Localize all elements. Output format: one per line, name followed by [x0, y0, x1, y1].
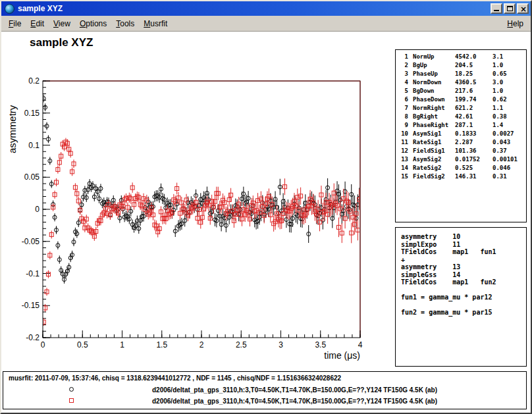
- theory-line: simplExpo 11: [401, 241, 526, 249]
- theory-line: [401, 286, 526, 294]
- data-points: [41, 95, 361, 326]
- theory-function-box: asymmetry 10simplExpo 11TFieldCos map1 f…: [395, 227, 527, 367]
- svg-text:0: 0: [35, 205, 40, 214]
- theory-line: +: [401, 256, 526, 264]
- series-circle: [41, 95, 361, 284]
- maximize-button[interactable]: [504, 3, 516, 14]
- fit-info-line: musrfit: 2011-07-09, 15:37:46, chisq = 1…: [9, 375, 341, 382]
- circle-marker-icon: [69, 387, 74, 392]
- minimize-button[interactable]: [491, 3, 502, 14]
- param-row: 5BgDown217.61.0: [399, 87, 526, 95]
- svg-text:0.2: 0.2: [28, 76, 40, 86]
- maximize-icon: [507, 6, 513, 11]
- svg-text:-0.05: -0.05: [22, 237, 40, 246]
- plot-frame: [43, 81, 360, 338]
- svg-text:0.1: 0.1: [28, 141, 40, 150]
- param-row: 3PhaseUp18.250.65: [399, 70, 526, 78]
- x-axis: 00.511.522.533.54: [41, 330, 363, 349]
- root-canvas: sample XYZ 00.511.522.533.54-0.2-0.15-0.…: [1, 32, 531, 413]
- close-button[interactable]: ×: [517, 3, 529, 14]
- param-row: 13AsymSig20.017520.00101: [399, 155, 526, 164]
- square-marker-icon: [69, 398, 74, 403]
- svg-text:0: 0: [41, 340, 45, 349]
- svg-text:1: 1: [120, 340, 124, 349]
- x-axis-title: time (μs): [324, 350, 360, 361]
- svg-text:-0.1: -0.1: [26, 269, 40, 278]
- theory-line: asymmetry 13: [401, 263, 526, 271]
- svg-text:-0.15: -0.15: [22, 301, 40, 310]
- param-row: 9PhaseRight287.11.4: [399, 121, 526, 130]
- legend-label: d2006/deltat_pta_gps_3110,h:4,T0=4.50K,T…: [152, 398, 437, 405]
- svg-text:4: 4: [358, 340, 363, 349]
- param-row: 10AsymSig10.18330.0027: [399, 130, 526, 138]
- theory-line: fun1 = gamma_mu * par12: [401, 294, 526, 301]
- theory-line: simpleGss 14: [401, 271, 526, 279]
- series-square: [41, 138, 361, 326]
- legend-entry: d2006/deltat_pta_gps_3110,h:4,T0=4.50K,T…: [3, 398, 526, 405]
- close-icon: ×: [520, 5, 527, 14]
- param-row: 14RateSig20.5250.046: [399, 164, 526, 172]
- param-row: 7NormRight621.21.1: [399, 104, 526, 113]
- param-row: 2BgUp204.51.0: [399, 61, 526, 70]
- param-row: 15FieldSig2146.310.31: [399, 172, 526, 181]
- asymmetry-time-plot[interactable]: 00.511.522.533.54-0.2-0.15-0.1-0.0500.05…: [1, 32, 396, 372]
- menubar: FileEditViewOptionsToolsMusrfitHelp: [1, 16, 531, 32]
- svg-text:0.5: 0.5: [77, 340, 88, 349]
- window-title: sample XYZ: [18, 4, 63, 13]
- svg-text:0.15: 0.15: [24, 109, 40, 118]
- menu-view[interactable]: View: [49, 17, 75, 30]
- app-icon: [5, 4, 14, 14]
- svg-text:3: 3: [279, 340, 283, 349]
- param-row: 11RateSig12.2870.043: [399, 138, 526, 147]
- titlebar[interactable]: sample XYZ ×: [1, 1, 531, 16]
- param-row: 1NormUp4542.03.1: [399, 53, 526, 61]
- svg-text:3.5: 3.5: [315, 340, 326, 349]
- svg-text:-0.2: -0.2: [26, 333, 40, 342]
- param-row: 12FieldSig1101.360.37: [399, 147, 526, 155]
- theory-line: TFieldCos map1 fun1: [401, 248, 526, 256]
- svg-text:1.5: 1.5: [156, 340, 167, 349]
- menu-edit[interactable]: Edit: [26, 17, 49, 30]
- param-row: 6PhaseDown199.740.62: [399, 95, 526, 104]
- menu-musrfit[interactable]: Musrfit: [139, 17, 172, 30]
- theory-line: fun2 = gamma_mu * par15: [401, 309, 526, 317]
- theory-line: [401, 301, 526, 309]
- menu-help[interactable]: Help: [502, 17, 528, 30]
- theory-line: asymmetry 10: [401, 233, 526, 241]
- svg-text:2: 2: [200, 340, 204, 349]
- info-pad: musrfit: 2011-07-09, 15:37:46, chisq = 1…: [3, 371, 527, 409]
- menu-options[interactable]: Options: [75, 17, 111, 30]
- window-controls: ×: [491, 3, 529, 14]
- menu-tools[interactable]: Tools: [111, 17, 139, 30]
- param-row: 8BgRight42.610.38: [399, 113, 526, 121]
- app-window: sample XYZ × FileEditViewOptionsToolsMus…: [0, 0, 532, 414]
- fit-parameters-box: 1NormUp4542.03.12BgUp204.51.03PhaseUp18.…: [395, 49, 527, 222]
- legend-label: d2006/deltat_pta_gps_3110,h:3,T0=4.50K,T…: [152, 386, 437, 394]
- minimize-icon: [494, 10, 499, 11]
- param-row: 4NormDown4360.53.0: [399, 78, 526, 87]
- y-axis-title: asymmetry: [7, 105, 18, 153]
- theory-line: TFieldCos map1 fun2: [401, 278, 526, 286]
- svg-text:0.05: 0.05: [24, 172, 40, 182]
- y-axis: -0.2-0.15-0.1-0.0500.050.10.150.2: [22, 76, 50, 342]
- svg-text:2.5: 2.5: [236, 340, 247, 349]
- legend-entry: d2006/deltat_pta_gps_3110,h:3,T0=4.50K,T…: [3, 386, 526, 394]
- menu-file[interactable]: File: [4, 17, 26, 30]
